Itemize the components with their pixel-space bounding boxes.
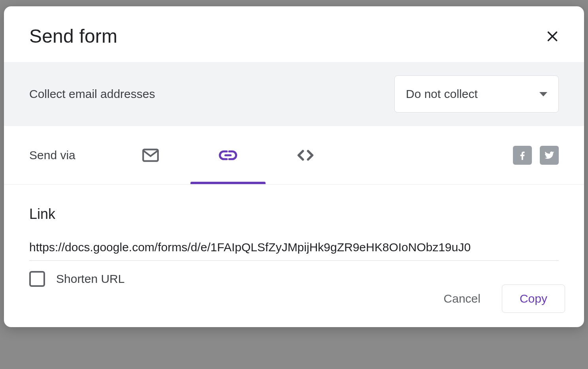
send-via-label: Send via xyxy=(29,149,75,162)
dropdown-selected-value: Do not collect xyxy=(406,87,478,101)
tab-email[interactable] xyxy=(112,126,189,184)
copy-button[interactable]: Copy xyxy=(502,284,565,313)
collect-email-dropdown[interactable]: Do not collect xyxy=(394,75,559,113)
mail-icon xyxy=(141,145,160,165)
link-icon xyxy=(218,145,238,166)
twitter-icon xyxy=(543,149,555,161)
code-icon xyxy=(295,145,316,166)
dialog-actions: Cancel Copy xyxy=(4,284,584,327)
link-panel: Link Shorten URL xyxy=(4,184,584,296)
share-facebook-button[interactable] xyxy=(513,146,532,165)
tab-link[interactable] xyxy=(189,126,267,184)
shorten-url-checkbox[interactable] xyxy=(29,271,45,287)
share-twitter-button[interactable] xyxy=(540,146,559,165)
dialog-header: Send form xyxy=(4,6,584,62)
chevron-down-icon xyxy=(539,92,547,96)
link-url-field[interactable] xyxy=(29,241,559,261)
facebook-icon xyxy=(517,150,528,161)
collect-email-section: Collect email addresses Do not collect xyxy=(4,62,584,126)
shorten-url-label: Shorten URL xyxy=(56,272,124,286)
collect-email-label: Collect email addresses xyxy=(29,87,155,101)
social-share-group xyxy=(513,146,559,165)
close-button[interactable] xyxy=(543,27,562,46)
modal-backdrop: Send form Collect email addresses Do not… xyxy=(0,0,588,369)
send-via-tabs: Send via xyxy=(4,126,584,184)
cancel-button[interactable]: Cancel xyxy=(433,285,492,313)
close-icon xyxy=(545,29,560,43)
dialog-title: Send form xyxy=(29,25,117,47)
tab-embed[interactable] xyxy=(267,126,344,184)
send-form-dialog: Send form Collect email addresses Do not… xyxy=(4,6,584,327)
link-heading: Link xyxy=(29,206,559,222)
